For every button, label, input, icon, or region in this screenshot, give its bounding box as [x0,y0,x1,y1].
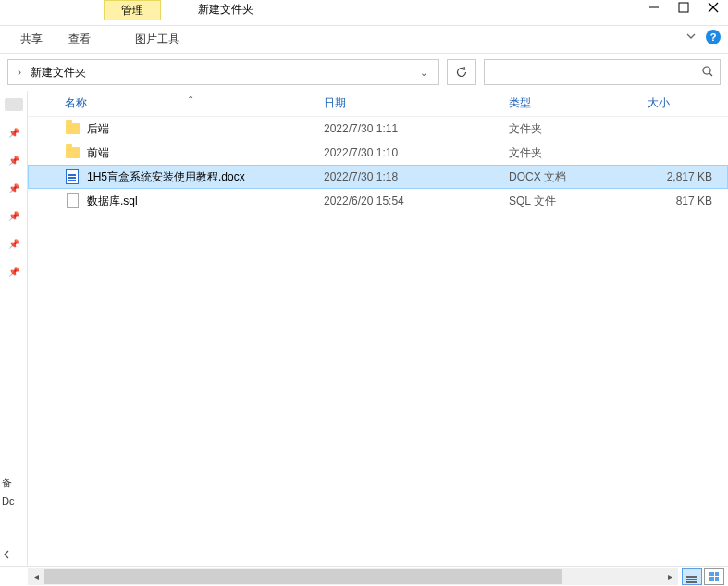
file-row[interactable]: 数据库.sql2022/6/20 15:54SQL 文件817 KB [28,189,728,213]
file-date: 2022/7/30 1:10 [324,146,509,159]
file-date: 2022/7/30 1:11 [324,122,509,135]
nav-pane: 📌 📌 📌 📌 📌 📌 备 Dc [0,91,28,566]
svg-point-4 [703,67,710,74]
ribbon-tab-view[interactable]: 查看 [56,28,104,51]
scroll-thumb[interactable] [44,569,562,584]
pin-icon[interactable]: 📌 [7,265,20,278]
column-header-date[interactable]: 日期 [324,95,509,111]
column-header-size[interactable]: 大小 [648,95,712,111]
file-type: SQL 文件 [509,193,648,209]
file-icon [65,193,80,208]
sort-indicator-icon: ⌃ [187,94,194,105]
file-name: 后端 [87,121,109,137]
column-headers: ⌃ 名称 日期 类型 大小 [28,91,728,117]
scroll-left-button[interactable]: ◂ [28,568,44,585]
docx-icon [65,169,80,184]
window-title: 新建文件夹 [198,0,253,18]
file-name: 1H5盲盒系统安装使用教程.docx [87,169,245,185]
horizontal-scrollbar[interactable]: ◂ ▸ [28,568,678,585]
view-details-button[interactable] [682,568,702,585]
search-icon [701,65,714,81]
view-icons-button[interactable] [704,568,724,585]
ribbon-tab-share[interactable]: 共享 [7,28,56,51]
file-date: 2022/7/30 1:18 [324,170,509,183]
chevron-left-icon[interactable] [2,549,11,562]
file-name: 数据库.sql [87,193,138,209]
column-header-type[interactable]: 类型 [509,95,648,111]
list-lines-icon [686,576,697,578]
chevron-down-icon[interactable] [685,31,697,44]
grid-icon [709,572,719,581]
search-box[interactable] [484,59,721,85]
refresh-button[interactable] [447,59,476,85]
svg-rect-1 [679,3,688,12]
file-type: 文件夹 [509,145,648,161]
file-type: DOCX 文档 [509,169,648,185]
nav-label: Dc [2,492,28,510]
pin-icon[interactable]: 📌 [7,126,20,139]
pin-icon[interactable]: 📌 [7,181,20,194]
pin-icon[interactable]: 📌 [7,209,20,222]
nav-collapse-handle[interactable] [5,98,23,111]
help-icon[interactable]: ? [706,30,721,44]
maximize-button[interactable] [678,2,689,13]
address-dropdown-icon[interactable]: ⌄ [413,68,435,78]
nav-label: 备 [2,473,28,492]
minimize-button[interactable] [648,2,660,13]
ribbon-tab-tools[interactable]: 图片工具 [122,28,192,51]
file-row[interactable]: 前端2022/7/30 1:10文件夹 [28,141,728,165]
scroll-right-button[interactable]: ▸ [661,568,678,585]
file-size: 2,817 KB [648,170,712,183]
file-date: 2022/6/20 15:54 [324,194,509,207]
file-size: 817 KB [648,194,712,207]
tab-manage[interactable]: 管理 [104,0,161,20]
breadcrumb-folder[interactable]: 新建文件夹 [27,65,413,81]
breadcrumb-chevron-icon[interactable]: › [12,66,27,79]
pin-icon[interactable]: 📌 [7,154,20,167]
folder-icon [65,145,80,160]
folder-icon [65,121,80,136]
address-bar[interactable]: › 新建文件夹 ⌄ [7,59,439,85]
file-type: 文件夹 [509,121,648,137]
pin-icon[interactable]: 📌 [7,237,20,250]
file-name: 前端 [87,145,109,161]
close-button[interactable] [708,2,719,13]
svg-line-5 [709,73,712,76]
scroll-track[interactable] [44,568,661,585]
file-row[interactable]: 后端2022/7/30 1:11文件夹 [28,117,728,141]
file-row[interactable]: 1H5盲盒系统安装使用教程.docx2022/7/30 1:18DOCX 文档2… [28,165,728,189]
column-header-name[interactable]: 名称 [65,95,324,111]
